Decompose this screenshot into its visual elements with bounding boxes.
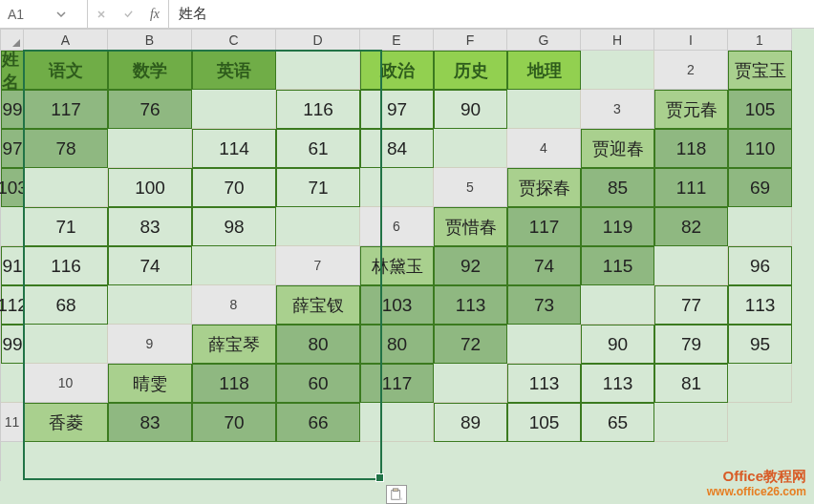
cell-I2[interactable] xyxy=(507,90,581,129)
cell-C6[interactable]: 119 xyxy=(581,207,654,246)
cell-A8[interactable]: 薛宝钗 xyxy=(276,285,360,325)
cell-F5[interactable]: 71 xyxy=(24,207,108,246)
cell-H10[interactable]: 81 xyxy=(654,364,728,403)
spreadsheet-grid[interactable]: ABCDEFGHI1姓名语文数学英语政治历史地理2贾宝玉991177611697… xyxy=(0,29,814,504)
cell-C1[interactable]: 数学 xyxy=(108,51,192,90)
cell-G10[interactable]: 113 xyxy=(581,364,654,403)
cell-B5[interactable]: 85 xyxy=(581,168,654,207)
cell-G11[interactable]: 105 xyxy=(507,403,581,442)
paste-options-icon[interactable] xyxy=(386,485,407,504)
row-header-6[interactable]: 6 xyxy=(360,207,434,246)
cell-I1[interactable] xyxy=(581,51,654,90)
cell-E4[interactable] xyxy=(24,168,108,207)
row-header-3[interactable]: 3 xyxy=(581,90,654,129)
cell-D11[interactable]: 66 xyxy=(276,403,360,442)
cell-A6[interactable]: 贾惜春 xyxy=(434,207,507,246)
cell-I4[interactable] xyxy=(360,168,434,207)
row-header-5[interactable]: 5 xyxy=(434,168,507,207)
cell-B2[interactable]: 99 xyxy=(1,90,24,129)
row-header-7[interactable]: 7 xyxy=(276,246,360,285)
cell-E9[interactable] xyxy=(507,325,581,364)
cell-I9[interactable] xyxy=(1,364,24,403)
cell-E6[interactable] xyxy=(728,207,792,246)
cell-D5[interactable]: 69 xyxy=(728,168,792,207)
cell-C9[interactable]: 80 xyxy=(360,325,434,364)
cell-B1[interactable]: 语文 xyxy=(24,51,108,90)
cell-H1[interactable]: 地理 xyxy=(507,51,581,90)
cell-C11[interactable]: 70 xyxy=(192,403,276,442)
cell-F1[interactable]: 政治 xyxy=(360,51,434,90)
row-header-8[interactable]: 8 xyxy=(192,285,276,325)
cell-H6[interactable]: 74 xyxy=(108,246,192,285)
fx-icon[interactable]: fx xyxy=(141,0,168,28)
cell-A4[interactable]: 贾迎春 xyxy=(581,129,654,168)
cell-H9[interactable]: 95 xyxy=(728,325,792,364)
cell-F9[interactable]: 90 xyxy=(581,325,654,364)
cell-I8[interactable] xyxy=(24,325,108,364)
cell-E8[interactable] xyxy=(581,285,654,325)
cell-C5[interactable]: 111 xyxy=(654,168,728,207)
cell-A3[interactable]: 贾元春 xyxy=(654,90,728,129)
cell-G3[interactable]: 61 xyxy=(276,129,360,168)
cell-F10[interactable]: 113 xyxy=(507,364,581,403)
cell-A10[interactable]: 晴雯 xyxy=(108,364,192,403)
cell-B7[interactable]: 92 xyxy=(434,246,507,285)
cell-G6[interactable]: 116 xyxy=(24,246,108,285)
formula-input[interactable]: 姓名 xyxy=(169,0,814,28)
cell-G8[interactable]: 113 xyxy=(728,285,792,325)
cell-I10[interactable] xyxy=(728,364,792,403)
cell-F7[interactable]: 96 xyxy=(728,246,792,285)
cell-D3[interactable]: 78 xyxy=(24,129,108,168)
cell-G2[interactable]: 97 xyxy=(360,90,434,129)
cell-B3[interactable]: 105 xyxy=(728,90,792,129)
cell-I5[interactable] xyxy=(276,207,360,246)
row-header-10[interactable]: 10 xyxy=(24,364,108,403)
cell-D10[interactable]: 117 xyxy=(360,364,434,403)
cell-F4[interactable]: 100 xyxy=(108,168,192,207)
cell-B8[interactable]: 103 xyxy=(360,285,434,325)
col-header-G[interactable]: G xyxy=(507,30,581,51)
cell-I11[interactable] xyxy=(654,403,728,442)
cell-C2[interactable]: 117 xyxy=(24,90,108,129)
col-header-C[interactable]: C xyxy=(192,30,276,51)
cell-C7[interactable]: 74 xyxy=(507,246,581,285)
cell-G5[interactable]: 83 xyxy=(108,207,192,246)
cell-D4[interactable]: 103 xyxy=(1,168,24,207)
cell-G1[interactable]: 历史 xyxy=(434,51,507,90)
cell-G4[interactable]: 70 xyxy=(192,168,276,207)
cell-G7[interactable]: 112 xyxy=(1,285,24,325)
cell-B10[interactable]: 118 xyxy=(192,364,276,403)
col-header-F[interactable]: F xyxy=(434,30,507,51)
cell-H4[interactable]: 71 xyxy=(276,168,360,207)
col-header-I[interactable]: I xyxy=(654,30,728,51)
row-header-11[interactable]: 11 xyxy=(1,403,24,442)
cell-E2[interactable] xyxy=(192,90,276,129)
cell-H11[interactable]: 65 xyxy=(581,403,654,442)
cell-F2[interactable]: 116 xyxy=(276,90,360,129)
cell-A9[interactable]: 薛宝琴 xyxy=(192,325,276,364)
row-header-1[interactable]: 1 xyxy=(728,30,792,51)
cell-F6[interactable]: 91 xyxy=(1,246,24,285)
cell-D6[interactable]: 82 xyxy=(654,207,728,246)
row-header-9[interactable]: 9 xyxy=(108,325,192,364)
cell-I7[interactable] xyxy=(108,285,192,325)
cell-B11[interactable]: 83 xyxy=(108,403,192,442)
cell-F3[interactable]: 114 xyxy=(192,129,276,168)
select-all-corner[interactable] xyxy=(1,30,24,51)
cell-C4[interactable]: 110 xyxy=(728,129,792,168)
cell-H7[interactable]: 68 xyxy=(24,285,108,325)
col-header-D[interactable]: D xyxy=(276,30,360,51)
cell-E7[interactable] xyxy=(654,246,728,285)
cell-E3[interactable] xyxy=(108,129,192,168)
col-header-H[interactable]: H xyxy=(581,30,654,51)
cell-E11[interactable] xyxy=(360,403,434,442)
cell-I6[interactable] xyxy=(192,246,276,285)
cell-B4[interactable]: 118 xyxy=(654,129,728,168)
cell-C3[interactable]: 97 xyxy=(1,129,24,168)
cell-B9[interactable]: 80 xyxy=(276,325,360,364)
cell-E5[interactable] xyxy=(1,207,24,246)
cell-I3[interactable] xyxy=(434,129,507,168)
cell-H3[interactable]: 84 xyxy=(360,129,434,168)
name-box[interactable]: A1 xyxy=(0,0,88,28)
cell-C10[interactable]: 60 xyxy=(276,364,360,403)
